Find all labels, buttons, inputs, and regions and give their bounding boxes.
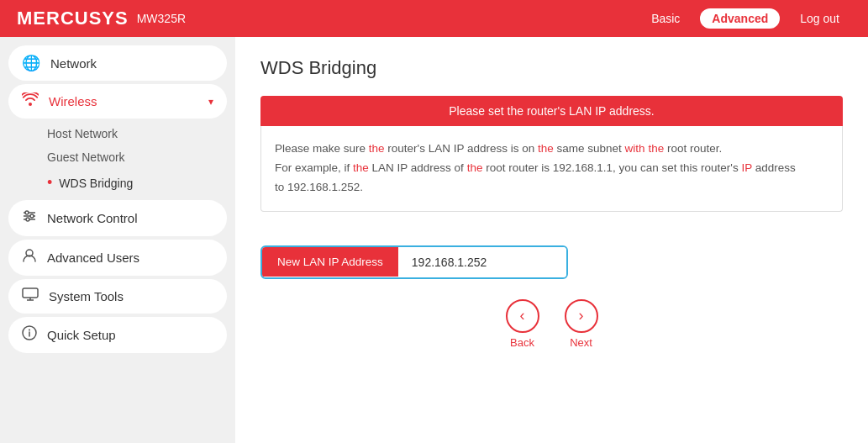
quick-setup-label: Quick Setup [47, 328, 116, 342]
content-area: WDS Bridging Please set the router's LAN… [235, 37, 868, 443]
basic-nav-button[interactable]: Basic [639, 8, 692, 29]
sidebar-item-label: Network [50, 56, 97, 71]
system-icon [22, 287, 39, 305]
model: MW325R [137, 12, 186, 25]
wireless-submenu: Host Network Guest Network WDS Bridging [34, 122, 227, 197]
ip-section: New LAN IP Address [260, 245, 568, 279]
sidebar-item-wireless[interactable]: Wireless ▾ [8, 84, 227, 119]
wds-bridging-label: WDS Bridging [59, 177, 133, 190]
info-line-1: Please make sure the router's LAN IP add… [275, 140, 829, 159]
host-network-label: Host Network [47, 127, 118, 140]
user-icon [22, 248, 37, 267]
sidebar-item-network[interactable]: 🌐 Network [8, 45, 227, 81]
ip-input[interactable] [398, 247, 566, 277]
logo: MERCUSYS [17, 8, 129, 29]
advanced-nav-button[interactable]: Advanced [700, 8, 780, 29]
svg-point-3 [25, 211, 29, 214]
sidebar-item-advanced-users[interactable]: Advanced Users [8, 240, 227, 276]
info-icon [22, 325, 37, 345]
info-line-3: to 192.168.1.252. [275, 178, 829, 198]
header: MERCUSYS MW325R Basic Advanced Log out [0, 0, 868, 37]
next-icon: › [565, 299, 598, 333]
alert-banner: Please set the router's LAN IP address. [260, 96, 843, 126]
back-button[interactable]: ‹ Back [506, 299, 539, 349]
info-line-2: For example, if the LAN IP address of th… [275, 159, 829, 178]
sidebar-item-host-network[interactable]: Host Network [34, 122, 227, 145]
ip-label: New LAN IP Address [262, 247, 398, 277]
header-nav: Basic Advanced Log out [639, 8, 851, 29]
sidebar-item-guest-network[interactable]: Guest Network [34, 145, 227, 169]
advanced-users-label: Advanced Users [47, 251, 139, 265]
wifi-icon [22, 92, 39, 110]
sidebar-item-network-control[interactable]: Network Control [8, 200, 227, 236]
system-tools-label: System Tools [49, 289, 124, 303]
next-label: Next [570, 336, 592, 349]
svg-point-5 [26, 218, 29, 221]
logout-button[interactable]: Log out [788, 8, 851, 29]
logo-section: MERCUSYS MW325R [17, 8, 186, 29]
sliders-icon [22, 208, 37, 228]
sidebar-item-wds-bridging[interactable]: WDS Bridging [34, 169, 227, 197]
nav-buttons: ‹ Back › Next [260, 299, 843, 349]
page-title: WDS Bridging [260, 57, 843, 79]
wireless-label: Wireless [49, 94, 97, 108]
network-control-label: Network Control [47, 211, 138, 225]
guest-network-label: Guest Network [47, 150, 125, 164]
globe-icon: 🌐 [22, 54, 40, 72]
back-label: Back [510, 336, 534, 349]
svg-point-4 [30, 214, 34, 218]
back-icon: ‹ [506, 299, 539, 333]
sidebar-item-system-tools[interactable]: System Tools [8, 279, 227, 314]
chevron-down-icon: ▾ [208, 96, 213, 108]
next-button[interactable]: › Next [565, 299, 598, 349]
sidebar-item-quick-setup[interactable]: Quick Setup [8, 317, 227, 353]
info-box: Please make sure the router's LAN IP add… [260, 126, 843, 212]
main-layout: 🌐 Network Wireless ▾ Host Network Guest … [0, 37, 868, 443]
sidebar: 🌐 Network Wireless ▾ Host Network Guest … [0, 37, 235, 443]
svg-rect-7 [23, 288, 38, 298]
svg-point-12 [29, 330, 30, 331]
